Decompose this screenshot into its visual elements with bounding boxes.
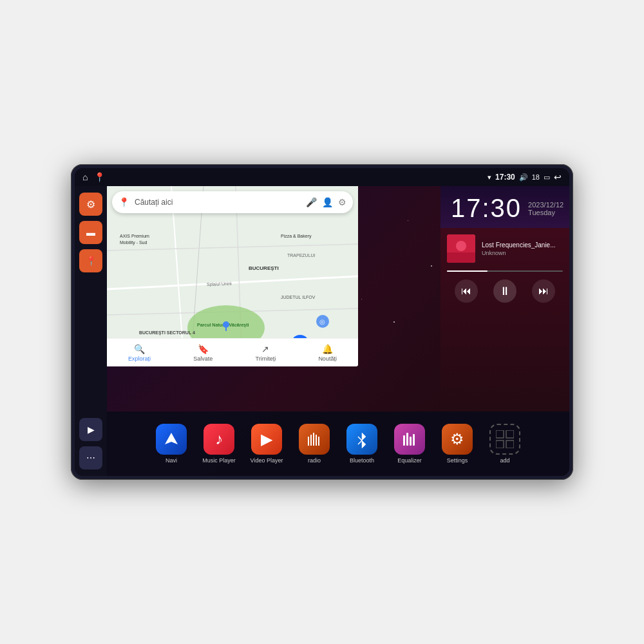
music-prev-button[interactable]: ⏮ — [455, 279, 478, 303]
account-icon[interactable]: 👤 — [322, 197, 333, 207]
back-icon[interactable]: ↩ — [554, 172, 562, 182]
equalizer-icon — [394, 424, 425, 455]
app-item-music-player[interactable]: ♪ Music Player — [200, 424, 238, 464]
svg-rect-36 — [403, 435, 405, 446]
music-artist: Unknown — [482, 250, 563, 256]
svg-rect-43 — [506, 440, 514, 448]
svg-text:Pizza & Bakery: Pizza & Bakery — [281, 234, 312, 239]
sidebar-item-nav[interactable]: ▶ — [79, 418, 102, 441]
svg-text:BUCUREȘTI: BUCUREȘTI — [249, 265, 279, 271]
app-item-navi[interactable]: Navi — [152, 424, 191, 464]
video-player-icon: ▶ — [251, 424, 282, 455]
music-controls: ⏮ ⏸ ⏭ — [447, 279, 563, 303]
map-tab-news[interactable]: 🔔 Noutăți — [318, 344, 337, 362]
svg-rect-41 — [506, 430, 514, 438]
status-bar: ⌂ 📍 ▾ 17:30 🔊 18 ▭ ↩ — [75, 168, 569, 186]
sidebar-item-folder[interactable]: ▬ — [79, 221, 102, 244]
map-search-bar[interactable]: 📍 Căutați aici 🎤 👤 ⚙ — [112, 191, 353, 213]
music-pause-button[interactable]: ⏸ — [493, 279, 516, 303]
clock-widget: 17:30 2023/12/12 Tuesday — [440, 186, 569, 228]
svg-rect-39 — [413, 434, 415, 446]
google-maps-icon: 📍 — [118, 197, 129, 207]
explore-label: Explorați — [128, 355, 151, 362]
clock-time: 17:30 — [451, 194, 522, 222]
share-label: Trimiteți — [256, 355, 276, 362]
music-player-label: Music Player — [202, 457, 236, 464]
radio-label: radio — [308, 457, 321, 464]
maps-icon[interactable]: 📍 — [94, 172, 105, 182]
svg-rect-27 — [447, 252, 475, 263]
svg-rect-40 — [496, 430, 504, 438]
app-item-bluetooth[interactable]: Bluetooth — [343, 424, 381, 464]
nav-arrow-icon: ▶ — [88, 424, 95, 435]
clock-date-info: 2023/12/12 Tuesday — [528, 201, 564, 216]
folder-icon: ▬ — [86, 227, 95, 238]
equalizer-label: Equalizer — [397, 457, 422, 464]
sidebar-item-settings[interactable]: ⚙ — [79, 193, 102, 216]
svg-rect-37 — [406, 433, 408, 446]
map-tab-saved[interactable]: 🔖 Salvate — [193, 344, 213, 362]
video-player-label: Video Player — [251, 457, 283, 464]
clock-date: 2023/12/12 — [528, 201, 564, 209]
sidebar-item-apps[interactable]: ⋯ — [79, 446, 102, 469]
navi-label: Navi — [166, 457, 177, 464]
svg-text:BUCUREȘTI SECTORUL 4: BUCUREȘTI SECTORUL 4 — [139, 330, 195, 336]
svg-text:AXIS Premium: AXIS Premium — [120, 234, 149, 238]
mic-icon[interactable]: 🎤 — [306, 197, 317, 207]
svg-rect-38 — [410, 437, 412, 446]
music-next-button[interactable]: ⏭ — [532, 279, 555, 303]
news-icon: 🔔 — [322, 344, 333, 354]
radio-icon — [299, 424, 330, 455]
settings-app-label: Settings — [447, 457, 468, 464]
svg-rect-32 — [316, 435, 317, 446]
home-icon[interactable]: ⌂ — [82, 172, 88, 182]
map-tab-explore[interactable]: 🔍 Explorați — [128, 344, 151, 362]
app-item-settings[interactable]: ⚙ Settings — [438, 424, 477, 464]
map-search-text[interactable]: Căutați aici — [135, 198, 301, 207]
map-container[interactable]: Splaiul Unirii Parcul Natural Văcărești … — [107, 186, 358, 366]
navi-icon — [156, 424, 187, 455]
map-bottom-bar: 🔍 Explorați 🔖 Salvate ↗ Trimiteți 🔔 — [107, 338, 358, 366]
explore-icon: 🔍 — [134, 344, 145, 354]
svg-text:Mobility - Sud: Mobility - Sud — [120, 240, 147, 245]
app-grid: Navi ♪ Music Player ▶ Video Player — [107, 412, 569, 476]
settings-icon: ⚙ — [86, 198, 95, 211]
saved-icon: 🔖 — [198, 344, 209, 354]
apps-grid-icon: ⋯ — [86, 453, 95, 463]
music-progress-fill — [447, 270, 488, 272]
svg-line-34 — [358, 437, 362, 440]
pause-icon: ⏸ — [499, 285, 511, 298]
app-item-video-player[interactable]: ▶ Video Player — [247, 424, 286, 464]
status-left-icons: ⌂ 📍 — [82, 172, 105, 182]
settings-app-icon: ⚙ — [442, 424, 473, 455]
clock-day: Tuesday — [528, 209, 564, 216]
prev-icon: ⏮ — [461, 285, 471, 297]
music-album-art — [447, 234, 475, 263]
svg-line-35 — [358, 440, 362, 444]
music-title: Lost Frequencies_Janie... — [482, 242, 563, 249]
add-app-icon — [489, 424, 520, 455]
add-app-label: add — [500, 457, 509, 464]
app-item-add[interactable]: add — [486, 424, 524, 464]
svg-rect-33 — [318, 437, 319, 446]
wifi-icon: ▾ — [488, 173, 491, 182]
app-item-equalizer[interactable]: Equalizer — [390, 424, 429, 464]
music-progress-bar[interactable] — [447, 270, 563, 272]
share-icon: ↗ — [261, 344, 269, 354]
svg-rect-29 — [308, 437, 309, 446]
bluetooth-icon — [346, 424, 377, 455]
svg-text:JUDETUL ILFOV: JUDETUL ILFOV — [281, 295, 316, 299]
device-screen: ⌂ 📍 ▾ 17:30 🔊 18 ▭ ↩ ⚙ ▬ — [75, 168, 569, 476]
svg-marker-28 — [165, 433, 178, 444]
volume-icon: 🔊 — [519, 173, 528, 182]
app-item-radio[interactable]: radio — [295, 424, 334, 464]
battery-level: 18 — [532, 173, 540, 181]
svg-rect-31 — [313, 433, 314, 446]
music-info: Lost Frequencies_Janie... Unknown — [447, 234, 563, 263]
center-content: Splaiul Unirii Parcul Natural Văcărești … — [107, 186, 569, 476]
sidebar-item-map[interactable]: 📍 — [79, 249, 102, 272]
map-settings-icon[interactable]: ⚙ — [338, 197, 346, 207]
map-pin-icon: 📍 — [86, 256, 97, 266]
sidebar: ⚙ ▬ 📍 ▶ ⋯ — [75, 186, 107, 476]
map-tab-share[interactable]: ↗ Trimiteți — [256, 344, 276, 362]
